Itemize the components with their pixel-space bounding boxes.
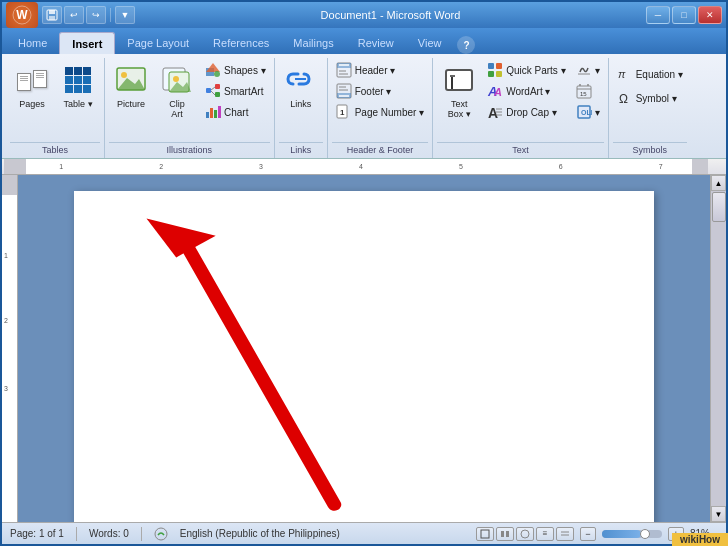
group-pages-content: Pages Table ▾ xyxy=(10,60,100,140)
status-sep1 xyxy=(76,527,77,541)
print-layout-btn[interactable] xyxy=(476,527,494,541)
svg-rect-37 xyxy=(446,70,472,90)
table-button[interactable]: Table ▾ xyxy=(56,60,100,112)
draft-btn[interactable] xyxy=(556,527,574,541)
v-ruler-active: 1 2 3 xyxy=(2,195,17,522)
full-reading-btn[interactable] xyxy=(496,527,514,541)
text-group-label: Text xyxy=(437,142,603,158)
wordart-button[interactable]: A A WordArt ▾ xyxy=(483,81,569,101)
ruler-indent-right xyxy=(692,159,708,174)
tab-page-layout[interactable]: Page Layout xyxy=(115,32,201,54)
shapes-button[interactable]: Shapes ▾ xyxy=(201,60,270,80)
svg-rect-21 xyxy=(210,108,213,118)
pages-button[interactable]: Pages xyxy=(10,60,54,112)
customize-button[interactable]: ▼ xyxy=(115,6,135,24)
signature-label: ▾ xyxy=(595,65,600,76)
scroll-up-button[interactable]: ▲ xyxy=(711,175,726,191)
vertical-scrollbar: ▲ ▼ xyxy=(710,175,726,522)
smartart-button[interactable]: SmartArt xyxy=(201,81,270,101)
tab-mailings[interactable]: Mailings xyxy=(281,32,345,54)
tab-view[interactable]: View xyxy=(406,32,454,54)
wordart-label: WordArt ▾ xyxy=(506,86,550,97)
scroll-down-button[interactable]: ▼ xyxy=(711,506,726,522)
undo-button[interactable]: ↩ xyxy=(64,6,84,24)
footer-button[interactable]: Footer ▾ xyxy=(332,81,428,101)
illustrations-group-label: Illustrations xyxy=(109,142,270,158)
date-time-button[interactable]: 15 xyxy=(572,81,604,101)
svg-rect-3 xyxy=(49,10,55,14)
drop-cap-button[interactable]: A Drop Cap ▾ xyxy=(483,102,569,122)
svg-rect-23 xyxy=(218,106,221,118)
help-button[interactable]: ? xyxy=(457,36,475,54)
group-symbols-content: π Equation ▾ Ω Symbol ▾ xyxy=(613,60,687,140)
close-button[interactable]: ✕ xyxy=(698,6,722,24)
svg-rect-17 xyxy=(215,92,220,97)
picture-icon xyxy=(113,62,149,98)
symbol-button[interactable]: Ω Symbol ▾ xyxy=(613,88,687,108)
zoom-thumb[interactable] xyxy=(640,529,650,539)
web-layout-btn[interactable] xyxy=(516,527,534,541)
equation-button[interactable]: π Equation ▾ xyxy=(613,64,687,84)
tab-insert[interactable]: Insert xyxy=(59,32,115,54)
chart-button[interactable]: Chart xyxy=(201,102,270,122)
svg-rect-15 xyxy=(206,88,211,93)
document-page xyxy=(74,191,654,522)
group-pages: Pages Table ▾ Tables xyxy=(6,58,105,158)
document-area xyxy=(18,175,710,522)
svg-rect-43 xyxy=(496,71,502,77)
zoom-slider[interactable] xyxy=(602,530,662,538)
header-button[interactable]: Header ▾ xyxy=(332,60,428,80)
date-time-icon: 15 xyxy=(576,83,592,99)
symbol-icon: Ω xyxy=(617,90,633,106)
scroll-track xyxy=(711,191,726,506)
page-number-button[interactable]: 1 Page Number ▾ xyxy=(332,102,428,122)
svg-rect-40 xyxy=(488,63,494,69)
svg-marker-13 xyxy=(206,63,220,72)
svg-rect-63 xyxy=(481,530,489,538)
object-label: ▾ xyxy=(595,107,600,118)
quick-parts-button[interactable]: Quick Parts ▾ xyxy=(483,60,569,80)
scroll-thumb[interactable] xyxy=(712,192,726,222)
qa-separator xyxy=(110,8,111,22)
view-buttons: ≡ xyxy=(476,527,574,541)
tab-references[interactable]: References xyxy=(201,32,281,54)
chart-icon xyxy=(205,104,221,120)
office-button[interactable]: W xyxy=(6,2,38,28)
save-button[interactable] xyxy=(42,6,62,24)
minimize-button[interactable]: ─ xyxy=(646,6,670,24)
clip-art-button[interactable]: ClipArt xyxy=(155,60,199,122)
object-button[interactable]: OLE ▾ xyxy=(572,102,604,122)
svg-text:π: π xyxy=(618,68,626,80)
redo-button[interactable]: ↪ xyxy=(86,6,106,24)
shapes-label: Shapes ▾ xyxy=(224,65,266,76)
v-ruler-inactive-top xyxy=(2,175,17,195)
links-button[interactable]: Links xyxy=(279,60,323,112)
group-illustrations: Picture ClipArt xyxy=(105,58,275,158)
svg-text:A: A xyxy=(493,86,502,98)
drop-cap-label: Drop Cap ▾ xyxy=(506,107,557,118)
tab-review[interactable]: Review xyxy=(346,32,406,54)
outline-btn[interactable]: ≡ xyxy=(536,527,554,541)
signature-button[interactable]: ▾ xyxy=(572,60,604,80)
spell-check-icon xyxy=(154,527,168,541)
text-small-buttons: Quick Parts ▾ A A WordArt ▾ xyxy=(483,60,569,138)
svg-rect-64 xyxy=(501,531,504,537)
ribbon-tabs: Home Insert Page Layout References Maili… xyxy=(2,28,726,54)
zoom-minus-button[interactable]: − xyxy=(580,527,596,541)
picture-button[interactable]: Picture xyxy=(109,60,153,112)
language: English (Republic of the Philippines) xyxy=(180,528,340,539)
text-box-label: TextBox ▾ xyxy=(448,100,471,120)
text-box-button[interactable]: TextBox ▾ xyxy=(437,60,481,122)
object-icon: OLE xyxy=(576,104,592,120)
tab-home[interactable]: Home xyxy=(6,32,59,54)
svg-rect-65 xyxy=(506,531,509,537)
symbols-group-label: Symbols xyxy=(613,142,687,158)
wikihow-badge: wikiHow xyxy=(672,533,728,546)
table-label: Table ▾ xyxy=(63,100,92,110)
svg-point-14 xyxy=(214,71,220,77)
page-number-icon: 1 xyxy=(336,104,352,120)
maximize-button[interactable]: □ xyxy=(672,6,696,24)
hf-small-buttons: Header ▾ Footer ▾ xyxy=(332,60,428,138)
smartart-icon xyxy=(205,83,221,99)
main-area: 1 2 3 ▲ ▼ xyxy=(2,175,726,522)
